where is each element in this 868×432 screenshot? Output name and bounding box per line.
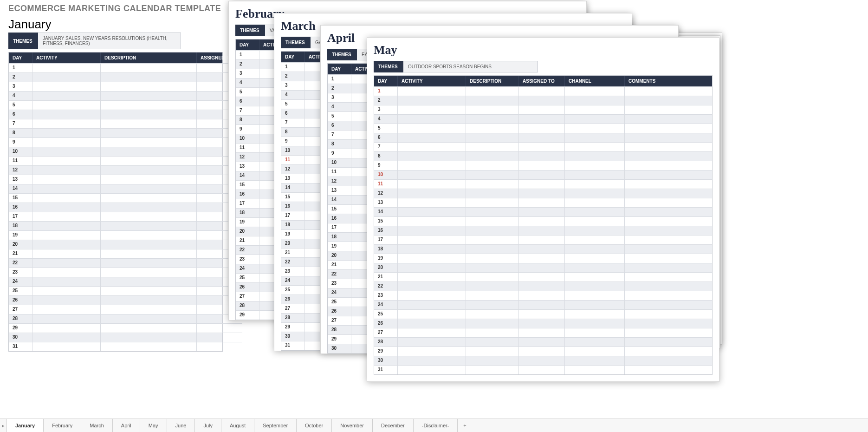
cell-activity[interactable] xyxy=(398,309,466,319)
cell-activity[interactable] xyxy=(398,151,466,161)
table-row[interactable]: 27 xyxy=(236,292,277,301)
table-row[interactable]: 15 xyxy=(236,180,277,190)
table-row[interactable]: 9 xyxy=(281,137,322,146)
cell-description[interactable] xyxy=(101,91,197,100)
sheet-tab-september[interactable]: September xyxy=(254,419,297,432)
sheet-tab-january[interactable]: January xyxy=(7,419,44,432)
cell-comments[interactable] xyxy=(625,207,712,216)
cell-assigned[interactable] xyxy=(519,216,565,226)
table-row[interactable]: 4 xyxy=(9,91,222,100)
cell-description[interactable] xyxy=(101,175,197,184)
cell-comments[interactable] xyxy=(625,272,712,281)
cell-activity[interactable] xyxy=(398,291,466,300)
cell-comments[interactable] xyxy=(625,365,712,374)
cell-description[interactable] xyxy=(466,151,519,161)
table-row[interactable]: 21 xyxy=(236,236,277,245)
cell-description[interactable] xyxy=(101,323,197,333)
cell-comments[interactable] xyxy=(625,179,712,189)
cell-assigned[interactable] xyxy=(519,226,565,235)
cell-assigned[interactable] xyxy=(519,309,565,319)
cell-comments[interactable] xyxy=(625,133,712,142)
table-row[interactable]: 7 xyxy=(281,118,322,127)
table-row[interactable]: 15 xyxy=(328,204,369,214)
cell-activity[interactable] xyxy=(32,82,101,91)
cell-description[interactable] xyxy=(466,272,519,281)
cell-activity[interactable] xyxy=(32,268,101,277)
cell-description[interactable] xyxy=(101,63,197,72)
cell-channel[interactable] xyxy=(565,356,625,365)
table-row[interactable]: 13 xyxy=(328,186,369,195)
cell-assigned[interactable] xyxy=(519,142,565,151)
table-row[interactable]: 24 xyxy=(236,264,277,273)
table-row[interactable]: 19 xyxy=(9,230,222,240)
cell-channel[interactable] xyxy=(565,254,625,263)
table-row[interactable]: 7 xyxy=(9,119,222,128)
table-row[interactable]: 7 xyxy=(328,130,369,139)
cell-activity[interactable] xyxy=(32,72,101,82)
table-row[interactable]: 28 xyxy=(236,301,277,310)
cell-assigned[interactable] xyxy=(519,291,565,300)
cell-channel[interactable] xyxy=(565,300,625,309)
table-row[interactable]: 19 xyxy=(236,217,277,227)
table-row[interactable]: 1 xyxy=(328,74,369,84)
cell-channel[interactable] xyxy=(565,216,625,226)
table-row[interactable]: 9 xyxy=(9,137,222,147)
table-row[interactable]: 23 xyxy=(328,279,369,288)
table-row[interactable]: 26 xyxy=(328,307,369,316)
cell-activity[interactable] xyxy=(32,305,101,314)
cell-channel[interactable] xyxy=(565,309,625,319)
table-row[interactable]: 28 xyxy=(328,325,369,334)
table-row[interactable]: 25 xyxy=(328,297,369,307)
cell-activity[interactable] xyxy=(32,119,101,128)
cell-comments[interactable] xyxy=(625,347,712,356)
table-row[interactable]: 20 xyxy=(9,240,222,249)
table-row[interactable]: 24 xyxy=(9,277,222,286)
cell-comments[interactable] xyxy=(625,114,712,124)
cell-description[interactable] xyxy=(466,216,519,226)
cell-comments[interactable] xyxy=(625,161,712,170)
table-row[interactable]: 22 xyxy=(374,281,712,291)
table-row[interactable]: 12 xyxy=(328,177,369,186)
cell-comments[interactable] xyxy=(625,170,712,179)
table-row[interactable]: 19 xyxy=(281,229,322,239)
cell-activity[interactable] xyxy=(32,295,101,305)
cell-assigned[interactable] xyxy=(519,161,565,170)
table-row[interactable]: 24 xyxy=(374,300,712,309)
cell-channel[interactable] xyxy=(565,347,625,356)
cell-activity[interactable] xyxy=(398,263,466,272)
cell-channel[interactable] xyxy=(565,365,625,374)
cell-description[interactable] xyxy=(466,142,519,151)
cell-description[interactable] xyxy=(466,263,519,272)
table-row[interactable]: 2 xyxy=(9,72,222,82)
cell-activity[interactable] xyxy=(32,156,101,165)
cell-description[interactable] xyxy=(101,277,197,286)
table-row[interactable]: 9 xyxy=(374,161,712,170)
table-row[interactable]: 17 xyxy=(236,199,277,208)
sheet-tab-disclaimer[interactable]: -Disclaimer- xyxy=(414,419,458,432)
cell-description[interactable] xyxy=(466,133,519,142)
cell-assigned[interactable] xyxy=(519,207,565,216)
cell-channel[interactable] xyxy=(565,235,625,244)
table-row[interactable]: 6 xyxy=(281,109,322,118)
cell-description[interactable] xyxy=(466,114,519,124)
cell-description[interactable] xyxy=(466,291,519,300)
table-row[interactable]: 11 xyxy=(374,179,712,189)
cell-channel[interactable] xyxy=(565,207,625,216)
sheet-tab-july[interactable]: July xyxy=(195,419,221,432)
cell-activity[interactable] xyxy=(32,147,101,156)
table-row[interactable]: 2 xyxy=(328,84,369,93)
table-row[interactable]: 10 xyxy=(328,158,369,167)
cell-activity[interactable] xyxy=(398,142,466,151)
cell-description[interactable] xyxy=(101,147,197,156)
table-row[interactable]: 2 xyxy=(236,59,277,69)
table-row[interactable]: 11 xyxy=(328,167,369,177)
cell-activity[interactable] xyxy=(398,114,466,124)
cell-channel[interactable] xyxy=(565,337,625,347)
cell-channel[interactable] xyxy=(565,179,625,189)
cell-description[interactable] xyxy=(101,82,197,91)
sheet-tab-august[interactable]: August xyxy=(221,419,254,432)
cell-assigned[interactable] xyxy=(197,323,242,333)
cell-activity[interactable] xyxy=(398,328,466,337)
cell-activity[interactable] xyxy=(398,300,466,309)
cell-comments[interactable] xyxy=(625,300,712,309)
